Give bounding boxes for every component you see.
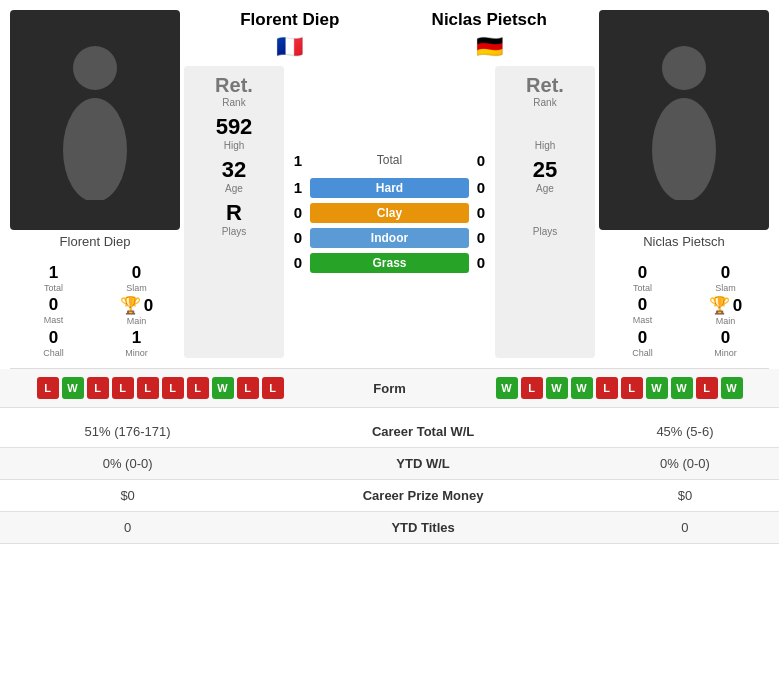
right-high-val — [501, 114, 589, 140]
names-row: Florent Diep 🇫🇷 Niclas Pietsch 🇩🇪 — [180, 10, 599, 60]
right-name-block: Niclas Pietsch 🇩🇪 — [390, 10, 590, 60]
left-high-val: 592 — [190, 114, 278, 140]
stat-center-label: YTD W/L — [255, 448, 591, 479]
stats-table: 51% (176-171)Career Total W/L45% (5-6)0%… — [0, 416, 779, 544]
table-row: 51% (176-171)Career Total W/L45% (5-6) — [0, 416, 779, 448]
right-high-lbl: High — [501, 140, 589, 151]
right-chall-lbl: Chall — [604, 348, 681, 358]
left-rank-block: Ret. Rank — [190, 74, 278, 108]
left-plays-block: R Plays — [190, 200, 278, 237]
left-rank-lbl: Rank — [190, 97, 278, 108]
left-player-silhouette — [50, 40, 140, 200]
form-badge: W — [671, 377, 693, 399]
form-badge: L — [621, 377, 643, 399]
form-left: LWLLLLLWLL — [10, 377, 310, 399]
hard-right: 0 — [473, 179, 489, 196]
right-total-lbl: Total — [604, 283, 681, 293]
left-player-name: Florent Diep — [60, 234, 131, 249]
left-chall-cell: 0 Chall — [15, 328, 92, 358]
right-mast-cell: 0 Mast — [604, 295, 681, 326]
right-slam-lbl: Slam — [687, 283, 764, 293]
right-age-block: 25 Age — [501, 157, 589, 194]
left-chall-lbl: Chall — [15, 348, 92, 358]
right-main-val: 0 — [733, 296, 742, 316]
left-chall-val: 0 — [15, 328, 92, 348]
form-badge: L — [187, 377, 209, 399]
form-badge: L — [112, 377, 134, 399]
grass-right: 0 — [473, 254, 489, 271]
right-high-block: High — [501, 114, 589, 151]
grass-pill: Grass — [310, 253, 469, 273]
left-age-lbl: Age — [190, 183, 278, 194]
stat-left-val: $0 — [0, 480, 255, 512]
left-total-val: 1 — [15, 263, 92, 283]
stat-left-val: 51% (176-171) — [0, 416, 255, 448]
grass-left: 0 — [290, 254, 306, 271]
grass-line: 0 Grass 0 — [290, 253, 489, 273]
indoor-right: 0 — [473, 229, 489, 246]
right-mast-val: 0 — [604, 295, 681, 315]
svg-point-0 — [73, 46, 117, 90]
form-badge: L — [521, 377, 543, 399]
right-plays-block: Plays — [501, 200, 589, 237]
form-badge: L — [262, 377, 284, 399]
hard-line: 1 Hard 0 — [290, 178, 489, 198]
total-left-num: 1 — [290, 152, 306, 169]
svg-point-1 — [63, 98, 127, 200]
form-badge: W — [721, 377, 743, 399]
left-slam-cell: 0 Slam — [98, 263, 175, 293]
right-player-name: Niclas Pietsch — [643, 234, 725, 249]
top-area: Florent Diep 1 Total 0 Slam 0 Mast 🏆 — [0, 0, 779, 368]
left-minor-lbl: Minor — [98, 348, 175, 358]
form-center-label: Form — [310, 381, 469, 396]
table-row: 0YTD Titles0 — [0, 512, 779, 544]
right-flag: 🇩🇪 — [390, 34, 590, 60]
stat-right-val: $0 — [591, 480, 779, 512]
left-player-photo — [10, 10, 180, 230]
form-section: LWLLLLLWLL Form WLWWLLWWLW — [0, 369, 779, 408]
right-chall-cell: 0 Chall — [604, 328, 681, 358]
left-high-lbl: High — [190, 140, 278, 151]
right-player-col: Niclas Pietsch 0 Total 0 Slam 0 Mast 🏆 — [599, 10, 769, 358]
left-form-row: LWLLLLLWLL — [37, 377, 284, 399]
right-rank-val: Ret. — [501, 74, 589, 97]
indoor-line: 0 Indoor 0 — [290, 228, 489, 248]
form-badge: L — [237, 377, 259, 399]
total-line: 1 Total 0 — [290, 152, 489, 169]
left-mast-val: 0 — [15, 295, 92, 315]
right-plays-lbl: Plays — [501, 226, 589, 237]
stat-right-val: 0 — [591, 512, 779, 544]
right-mast-lbl: Mast — [604, 315, 681, 325]
clay-left: 0 — [290, 204, 306, 221]
right-minor-cell: 0 Minor — [687, 328, 764, 358]
right-player-title: Niclas Pietsch — [390, 10, 590, 30]
svg-point-3 — [652, 98, 716, 200]
left-total-cell: 1 Total — [15, 263, 92, 293]
form-badge: L — [696, 377, 718, 399]
clay-line: 0 Clay 0 — [290, 203, 489, 223]
left-total-lbl: Total — [15, 283, 92, 293]
right-chall-val: 0 — [604, 328, 681, 348]
left-minor-cell: 1 Minor — [98, 328, 175, 358]
right-trophy-icon: 🏆 — [709, 295, 730, 316]
center-col: Florent Diep 🇫🇷 Niclas Pietsch 🇩🇪 Ret. R… — [180, 10, 599, 358]
table-row: 0% (0-0)YTD W/L0% (0-0) — [0, 448, 779, 480]
left-player-col: Florent Diep 1 Total 0 Slam 0 Mast 🏆 — [10, 10, 180, 358]
stat-center-label: Career Total W/L — [255, 416, 591, 447]
right-total-val: 0 — [604, 263, 681, 283]
main-card: Florent Diep 1 Total 0 Slam 0 Mast 🏆 — [0, 0, 779, 544]
left-slam-val: 0 — [98, 263, 175, 283]
left-stat-panel: Ret. Rank 592 High 32 Age R Plays — [184, 66, 284, 358]
form-badge: L — [596, 377, 618, 399]
left-plays-val: R — [190, 200, 278, 226]
form-badge: W — [646, 377, 668, 399]
right-age-val: 25 — [501, 157, 589, 183]
stat-left-val: 0% (0-0) — [0, 448, 255, 480]
left-name-block: Florent Diep 🇫🇷 — [190, 10, 390, 60]
form-badge: L — [37, 377, 59, 399]
left-mast-lbl: Mast — [15, 315, 92, 325]
left-high-block: 592 High — [190, 114, 278, 151]
clay-pill: Clay — [310, 203, 469, 223]
form-badge: W — [212, 377, 234, 399]
stat-center-label: YTD Titles — [255, 512, 591, 543]
